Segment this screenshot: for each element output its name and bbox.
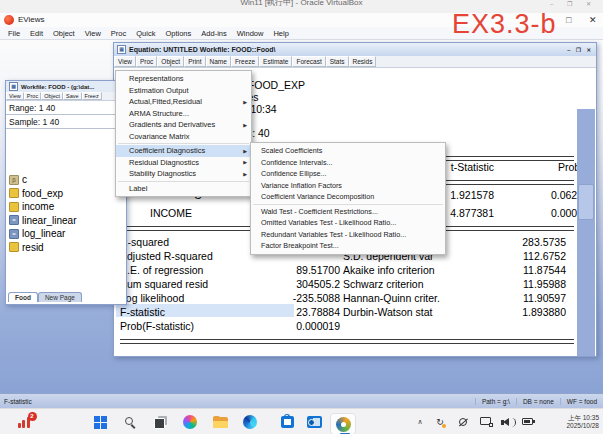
close-icon[interactable]: ✕ (589, 15, 597, 25)
menu-separator (118, 181, 249, 182)
menu-item-label: Confidence Ellipse... (261, 169, 327, 178)
tray-display-button[interactable] (477, 412, 495, 432)
eq-toolbar-object-button[interactable]: Object (157, 56, 184, 67)
eq-toolbar-name-button[interactable]: Name (206, 56, 231, 67)
workfile-tab-food[interactable]: Food (8, 292, 38, 302)
workfile-window-titlebar[interactable]: ▦ Workfile: FOOD - (g:\dat... (6, 81, 126, 92)
stat-value: 23.78884 (250, 306, 340, 318)
eq-toolbar-forecast-button[interactable]: Forecast (292, 56, 325, 67)
eviews-app-icon (4, 15, 14, 25)
taskbar-search-button[interactable] (119, 412, 141, 432)
object-label: linear_linear (22, 215, 76, 226)
view-menu-item-gradients-and-derivatives[interactable]: Gradients and Derivatives▶ (116, 119, 251, 131)
start-icon (94, 416, 107, 429)
taskbar-edge-button[interactable] (239, 412, 261, 432)
bell-off-icon (458, 417, 469, 428)
taskbar-store-button[interactable] (276, 412, 298, 432)
taskbar-task-view-button[interactable] (149, 412, 171, 432)
menu-item-label: Label (129, 184, 147, 193)
equation-window-titlebar[interactable]: ▣ Equation: UNTITLED Workfile: FOOD::Foo… (114, 43, 596, 56)
menubar-item-file[interactable]: File (3, 29, 25, 38)
wf-toolbar-view-button[interactable]: View (6, 92, 24, 100)
eq-toolbar-stats-button[interactable]: Stats (326, 56, 349, 67)
coef-diag-item-confidence-intervals[interactable]: Confidence Intervals... (251, 157, 445, 169)
coef-diag-item-wald-test-coefficient-restrictions[interactable]: Wald Test - Coefficient Restrictions... (251, 206, 445, 218)
workfile-object-income[interactable]: income (6, 200, 126, 214)
stat-value-right: 11.90597 (476, 292, 566, 304)
eq-toolbar-print-button[interactable]: Print (184, 56, 205, 67)
taskbar-eviews-notification-icon[interactable]: ↗ 2 (14, 412, 36, 432)
submenu-arrow-icon: ▶ (243, 171, 247, 177)
workfile-object-linear-linear[interactable]: =linear_linear (6, 214, 126, 228)
notification-badge: 2 (28, 412, 37, 421)
menubar-item-quick[interactable]: Quick (131, 29, 160, 38)
menu-item-label: Wald Test - Coefficient Restrictions... (261, 207, 378, 216)
tray-volume-button[interactable] (499, 412, 517, 432)
outlook-icon (307, 416, 322, 428)
view-dropdown-menu: RepresentationsEstimation OutputActual,F… (115, 70, 252, 197)
view-menu-item-coefficient-diagnostics[interactable]: Coefficient Diagnostics▶ (116, 145, 251, 157)
menubar-item-help[interactable]: Help (268, 29, 293, 38)
coef-diag-item-omitted-variables-test-likelihood-ratio[interactable]: Omitted Variables Test - Likelihood Rati… (251, 217, 445, 229)
workfile-object-resid[interactable]: resid (6, 241, 126, 255)
coef-diag-item-coefficient-variance-decomposition[interactable]: Coefficient Variance Decomposition (251, 191, 445, 203)
object-label: log_linear (22, 228, 65, 239)
view-menu-item-estimation-output[interactable]: Estimation Output (116, 85, 251, 97)
menubar-item-proc[interactable]: Proc (106, 29, 131, 38)
view-menu-item-covariance-matrix[interactable]: Covariance Matrix (116, 131, 251, 143)
stat-label: Adjusted R-squared (120, 250, 213, 262)
tray-update-button[interactable]: ↻ (431, 412, 449, 432)
eq-toolbar-estimate-button[interactable]: Estimate (259, 56, 292, 67)
object-label: food_exp (22, 188, 63, 199)
wf-toolbar-freez-button[interactable]: Freez (82, 92, 102, 100)
tray-chevron-up-button[interactable]: ∧ (411, 412, 429, 432)
taskbar-eviews-active-button[interactable] (332, 412, 354, 432)
tray-battery-button[interactable] (519, 412, 537, 432)
menubar-item-add-ins[interactable]: Add-ins (196, 29, 231, 38)
scrollbar-thumb[interactable] (578, 184, 594, 220)
workfile-object-c[interactable]: βc (6, 173, 126, 187)
eq-toolbar-view-button[interactable]: View (114, 56, 136, 67)
menubar-item-options[interactable]: Options (160, 29, 196, 38)
taskbar-outlook-button[interactable] (303, 412, 325, 432)
edge-icon (243, 415, 257, 429)
view-menu-item-arma-structure[interactable]: ARMA Structure... (116, 108, 251, 120)
object-label: resid (22, 242, 44, 253)
view-menu-item-label[interactable]: Label (116, 183, 251, 195)
equation-icon: = (9, 229, 19, 239)
workfile-tab-new-page[interactable]: New Page (38, 292, 82, 302)
coef-diag-item-confidence-ellipse[interactable]: Confidence Ellipse... (251, 168, 445, 180)
eq-toolbar-freeze-button[interactable]: Freeze (231, 56, 259, 67)
coef-diag-item-scaled-coefficients[interactable]: Scaled Coefficients (251, 145, 445, 157)
taskbar-clock[interactable]: 上午 10:35 2025/10/28 (566, 414, 599, 430)
workfile-sample-row: Sample: 1 40 -- (6, 115, 126, 129)
wf-toolbar-object-button[interactable]: Object (41, 92, 63, 100)
equation-window-controls[interactable]: ‒ ❐ ✕ (567, 47, 593, 53)
vertical-scrollbar[interactable] (577, 109, 595, 356)
menu-item-label: Omitted Variables Test - Likelihood Rati… (261, 218, 396, 227)
menubar-item-edit[interactable]: Edit (25, 29, 48, 38)
taskbar-start-button[interactable] (89, 412, 111, 432)
coef-diag-item-variance-inflation-factors[interactable]: Variance Inflation Factors (251, 180, 445, 192)
wf-toolbar-proc-button[interactable]: Proc (24, 92, 41, 100)
coef-row-prob: 0.0622 (493, 189, 583, 201)
view-menu-item-stability-diagnostics[interactable]: Stability Diagnostics▶ (116, 168, 251, 180)
workfile-object-log-linear[interactable]: =log_linear (6, 227, 126, 241)
taskbar-file-explorer-button[interactable] (209, 412, 231, 432)
restore-icon[interactable]: □ (566, 15, 571, 25)
menubar-item-window[interactable]: Window (232, 29, 269, 38)
menubar-item-view[interactable]: View (80, 29, 106, 38)
tray-bell-off-button[interactable] (454, 412, 472, 432)
coef-diag-item-factor-breakpoint-test[interactable]: Factor Breakpoint Test... (251, 240, 445, 252)
eq-toolbar-resids-button[interactable]: Resids (349, 56, 377, 67)
eq-toolbar-proc-button[interactable]: Proc (136, 56, 157, 67)
view-menu-item-actual-fitted-residual[interactable]: Actual,Fitted,Residual▶ (116, 96, 251, 108)
taskbar-copilot-button[interactable] (179, 412, 201, 432)
view-menu-item-representations[interactable]: Representations (116, 73, 251, 85)
menubar-item-object[interactable]: Object (48, 29, 80, 38)
view-menu-item-residual-diagnostics[interactable]: Residual Diagnostics▶ (116, 157, 251, 169)
vbox-window-controls[interactable]: – ❐ ✕ (550, 0, 597, 7)
coef-diag-item-redundant-variables-test-likelihood-ratio[interactable]: Redundant Variables Test - Likelihood Ra… (251, 229, 445, 241)
workfile-object-food-exp[interactable]: food_exp (6, 187, 126, 201)
wf-toolbar-save-button[interactable]: Save (63, 92, 82, 100)
